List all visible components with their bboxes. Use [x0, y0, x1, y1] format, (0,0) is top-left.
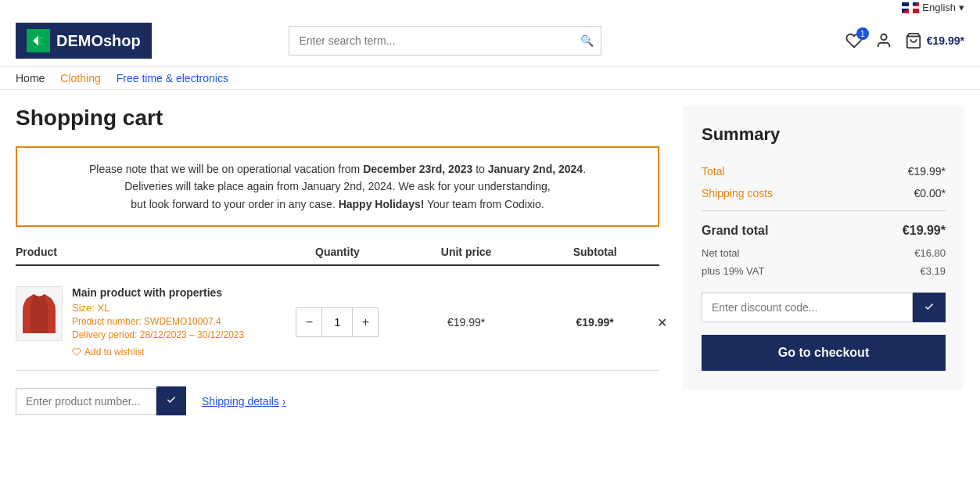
grand-total-value: €19.99* [903, 224, 946, 238]
summary-total-row: Total €19.99* [702, 160, 946, 182]
language-label: English [922, 2, 956, 13]
subtotal-value: €19.99* [576, 316, 614, 329]
notice-text-1: Please note that we will be on operation… [89, 163, 363, 175]
notice-line2: Deliveries will take place again from Ja… [124, 180, 550, 192]
shipping-chevron: › [282, 395, 286, 408]
summary-divider [702, 210, 946, 211]
cart-total: €19.99* [927, 34, 964, 47]
page-title: Shopping cart [16, 106, 659, 131]
search-bar: 🔍 [289, 26, 601, 56]
header: DEMOshop 🔍 1 [0, 15, 980, 67]
size-label: Size: [72, 302, 98, 314]
vat-row: plus 19% VAT €3.19 [702, 262, 946, 280]
col-product-header: Product [16, 246, 273, 258]
main-nav: Home Clothing Free time & electronics [0, 67, 980, 90]
checkout-button[interactable]: Go to checkout [702, 335, 946, 371]
size-value: XL [98, 302, 110, 314]
wishlist-badge: 1 [856, 27, 869, 40]
product-number-value: SWDEMO10007.4 [144, 316, 221, 327]
remove-item-button[interactable]: ✕ [657, 314, 667, 329]
shipping-cost-value: €0.00* [914, 187, 946, 199]
language-selector[interactable]: English ▾ [902, 2, 964, 13]
vat-label: plus 19% VAT [702, 265, 764, 277]
total-label: Total [702, 165, 725, 178]
unit-price-cell: €19.99* [402, 316, 531, 329]
wishlist-label: Add to wishlist [84, 347, 145, 357]
product-image [16, 286, 63, 341]
net-total-label: Net total [702, 247, 739, 259]
product-name: Main product with properties [72, 286, 273, 299]
product-cell: Main product with properties Size: XL Pr… [16, 286, 273, 357]
product-info: Main product with properties Size: XL Pr… [72, 286, 273, 357]
notice-date-2: January 2nd, 2024 [488, 163, 583, 175]
header-icons: 1 €19.99* [845, 32, 964, 49]
product-number-input-group [16, 386, 186, 415]
table-row: Main product with properties Size: XL Pr… [16, 274, 659, 371]
add-to-wishlist-link[interactable]: Add to wishlist [72, 347, 273, 357]
nav-clothing[interactable]: Clothing [60, 72, 100, 84]
language-chevron: ▾ [959, 2, 964, 13]
svg-marker-0 [33, 35, 38, 45]
net-total-row: Net total €16.80 [702, 244, 946, 262]
product-size: Size: XL [72, 302, 273, 314]
notice-text-3: . [583, 163, 586, 175]
flag-icon [902, 2, 919, 13]
notice-date-1: December 23rd, 2023 [363, 163, 472, 175]
notice-box: Please note that we will be on operation… [16, 146, 659, 227]
notice-text-2: to [472, 163, 487, 175]
grand-total-row: Grand total €19.99* [702, 217, 946, 244]
quantity-control: − + [296, 307, 379, 337]
product-number-field[interactable] [16, 388, 156, 415]
grand-total-label: Grand total [702, 224, 768, 238]
header-right: 1 €19.99* [845, 32, 964, 49]
net-total-value: €16.80 [914, 247, 946, 259]
cart-section: Shopping cart Please note that we will b… [16, 106, 659, 415]
quantity-cell: − + [273, 307, 402, 337]
product-delivery: Delivery period: 28/12/2023 – 30/12/2023 [72, 329, 273, 340]
col-unit-price-header: Unit price [402, 246, 531, 258]
heart-icon [72, 347, 81, 357]
main-content: Shopping cart Please note that we will b… [0, 90, 980, 431]
logo[interactable]: DEMOshop [16, 23, 152, 59]
discount-apply-button[interactable] [913, 293, 946, 322]
discount-code-input[interactable] [702, 293, 913, 322]
summary-panel: Summary Total €19.99* Shipping costs €0.… [683, 106, 964, 390]
search-input[interactable] [289, 26, 601, 56]
col-subtotal-header: Subtotal [530, 246, 659, 258]
notice-holidays: Happy Holidays! [339, 198, 425, 210]
summary-shipping-row: Shipping costs €0.00* [702, 182, 946, 204]
vat-value: €3.19 [920, 265, 946, 277]
logo-icon [27, 29, 50, 52]
shipping-label: Shipping details [202, 395, 279, 408]
summary-title: Summary [702, 124, 946, 145]
product-number-label: Product number: [72, 316, 144, 327]
quantity-input[interactable] [321, 308, 353, 336]
cart-bottom: Shipping details › [16, 386, 659, 415]
nav-freetime[interactable]: Free time & electronics [117, 72, 228, 84]
delivery-label: Delivery period: [72, 329, 140, 340]
product-number-submit-button[interactable] [156, 386, 186, 415]
checkmark-icon [166, 394, 177, 405]
cart-table-header: Product Quantity Unit price Subtotal [16, 246, 659, 266]
discount-checkmark-icon [924, 301, 935, 312]
subtotal-cell: €19.99* ✕ [530, 316, 659, 329]
cart-button[interactable]: €19.99* [905, 32, 964, 49]
product-number: Product number: SWDEMO10007.4 [72, 316, 273, 327]
wishlist-button[interactable]: 1 [845, 32, 863, 49]
notice-line3: but look forward to your order in any ca… [131, 198, 338, 210]
notice-team: Your team from Codixio. [424, 198, 544, 210]
logo-text: DEMOshop [56, 32, 141, 50]
nav-home[interactable]: Home [16, 72, 45, 84]
svg-point-3 [881, 34, 886, 40]
shipping-cost-label: Shipping costs [702, 187, 773, 199]
quantity-increase-button[interactable]: + [353, 308, 378, 336]
search-icon[interactable]: 🔍 [580, 34, 594, 47]
account-button[interactable] [875, 32, 892, 49]
unit-price-value: €19.99* [447, 316, 485, 329]
discount-row [702, 293, 946, 322]
shipping-details-link[interactable]: Shipping details › [202, 395, 286, 408]
col-quantity-header: Quantity [273, 246, 402, 258]
quantity-decrease-button[interactable]: − [296, 308, 321, 336]
total-value: €19.99* [908, 165, 946, 178]
delivery-value: 28/12/2023 – 30/12/2023 [140, 329, 244, 340]
